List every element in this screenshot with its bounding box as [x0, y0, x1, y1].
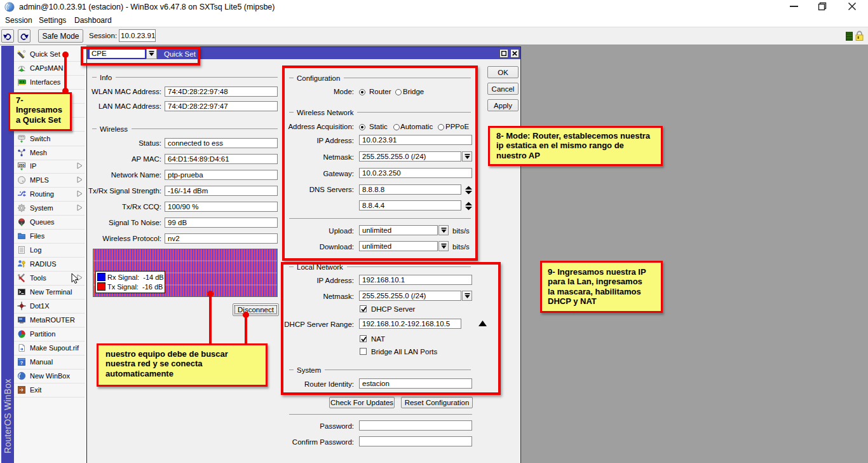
svg-text:255: 255 [18, 163, 24, 167]
svg-text:?: ? [20, 360, 24, 366]
